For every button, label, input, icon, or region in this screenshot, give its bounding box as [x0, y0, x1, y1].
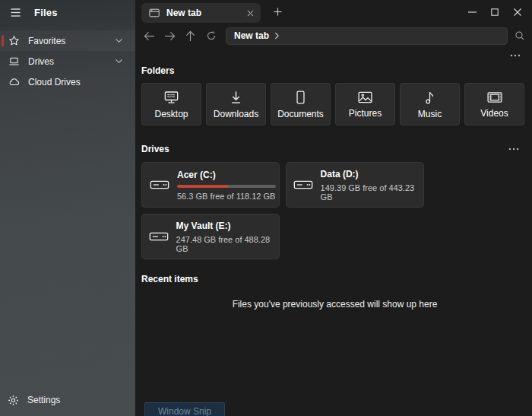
laptop-icon	[8, 56, 20, 67]
sidebar-item-label: Drives	[28, 56, 115, 67]
gear-icon	[8, 395, 19, 406]
address-breadcrumb-bar[interactable]: New tab	[226, 27, 508, 45]
sidebar-item-label: Cloud Drives	[28, 77, 128, 87]
picture-icon	[357, 91, 373, 104]
window-snip-button[interactable]: Window Snip	[144, 402, 225, 416]
folder-tile-music[interactable]: Music	[400, 83, 460, 125]
drive-card-d[interactable]: Data (D:) 149.39 GB free of 443.23 GB	[286, 162, 424, 208]
drive-free-space: 149.39 GB free of 443.23 GB	[321, 183, 423, 202]
folder-tile-label: Music	[418, 109, 442, 119]
drive-name: My Vault (E:)	[176, 221, 279, 231]
new-tab-button[interactable]	[268, 3, 287, 21]
recent-items-section: Recent items Files you've previously acc…	[141, 274, 528, 310]
folder-tile-label: Videos	[480, 108, 508, 119]
drive-name: Data (D:)	[321, 169, 423, 179]
forward-button[interactable]	[160, 26, 180, 46]
folder-tile-label: Downloads	[214, 109, 258, 119]
folder-tile-documents[interactable]: Documents	[271, 83, 331, 125]
folders-heading: Folders	[141, 65, 528, 76]
music-note-icon	[424, 90, 435, 105]
sidebar-item-favorites[interactable]: Favorites	[0, 30, 135, 51]
app-title: Files	[34, 7, 58, 18]
folder-tile-downloads[interactable]: Downloads	[206, 83, 266, 125]
drive-free-space: 247.48 GB free of 488.28 GB	[176, 235, 279, 253]
breadcrumb[interactable]: New tab	[234, 30, 269, 41]
back-button[interactable]	[139, 26, 160, 46]
folder-tiles: Desktop Downloads Documents	[141, 83, 528, 125]
folder-tile-pictures[interactable]: Pictures	[335, 83, 395, 125]
tab-close-icon[interactable]	[243, 6, 257, 20]
sidebar-item-drives[interactable]: Drives	[0, 51, 135, 71]
folder-tile-label: Documents	[277, 109, 324, 119]
folder-tile-desktop[interactable]: Desktop	[141, 83, 201, 125]
drive-card-e[interactable]: My Vault (E:) 247.48 GB free of 488.28 G…	[141, 214, 280, 259]
cloud-icon	[8, 76, 20, 87]
maximize-button[interactable]	[483, 1, 506, 24]
sidebar-nav: Favorites Drives Cloud Drives	[0, 30, 135, 92]
drives-more-options-icon[interactable]	[505, 143, 523, 155]
files-app-window: Files Favorites Drives	[0, 0, 532, 416]
drive-cards: Acer (C:) 56.3 GB free of 118.12 GB	[141, 162, 528, 259]
drive-free-space: 56.3 GB free of 118.12 GB	[177, 192, 276, 201]
search-icon[interactable]	[508, 26, 532, 46]
hard-drive-icon	[293, 179, 314, 190]
folders-section: Folders Desktop Downloads	[141, 65, 528, 125]
drive-usage-bar	[177, 185, 276, 188]
settings-label: Settings	[27, 395, 60, 405]
sidebar-spacer	[0, 92, 135, 389]
tab-new-tab[interactable]: New tab	[141, 3, 261, 23]
sidebar-header: Files	[0, 0, 135, 24]
star-icon	[8, 35, 20, 46]
chevron-down-icon[interactable]	[115, 59, 123, 64]
more-options-icon[interactable]	[506, 49, 524, 62]
close-button[interactable]	[506, 1, 529, 24]
chevron-right-icon[interactable]	[274, 32, 280, 40]
film-icon	[486, 91, 503, 104]
hamburger-menu-icon[interactable]	[7, 4, 24, 21]
folder-tile-label: Desktop	[154, 109, 188, 119]
folder-tile-label: Pictures	[349, 108, 382, 119]
drives-heading: Drives	[141, 144, 169, 154]
sidebar: Files Favorites Drives	[0, 0, 135, 416]
navigation-bar: New tab	[135, 24, 532, 48]
folder-tile-videos[interactable]: Videos	[464, 83, 524, 125]
sidebar-item-label: Favorites	[28, 36, 115, 46]
drives-section: Drives Acer (C:)	[141, 143, 528, 259]
hard-drive-icon	[149, 179, 170, 190]
recent-items-heading: Recent items	[141, 274, 528, 284]
chevron-down-icon[interactable]	[115, 38, 123, 43]
drive-name: Acer (C:)	[177, 170, 276, 180]
refresh-button[interactable]	[201, 26, 221, 46]
sidebar-item-cloud-drives[interactable]: Cloud Drives	[0, 71, 135, 92]
toolbar-overflow-row	[135, 48, 532, 63]
sidebar-item-settings[interactable]: Settings	[0, 389, 135, 411]
tab-page-icon	[149, 8, 160, 17]
home-content: Folders Desktop Downloads	[135, 63, 532, 310]
tab-bar: New tab	[135, 0, 532, 24]
recent-items-empty-text: Files you've previously accessed will sh…	[141, 299, 528, 310]
tab-title: New tab	[166, 8, 243, 18]
hard-drive-icon	[149, 231, 169, 242]
minimize-button[interactable]	[461, 1, 483, 24]
monitor-icon	[163, 90, 179, 105]
document-icon	[294, 90, 307, 105]
up-button[interactable]	[180, 26, 201, 46]
drive-usage-fill	[177, 185, 229, 188]
download-arrow-icon	[229, 90, 243, 105]
drive-card-c[interactable]: Acer (C:) 56.3 GB free of 118.12 GB	[141, 162, 280, 208]
main-panel: New tab	[135, 0, 532, 416]
